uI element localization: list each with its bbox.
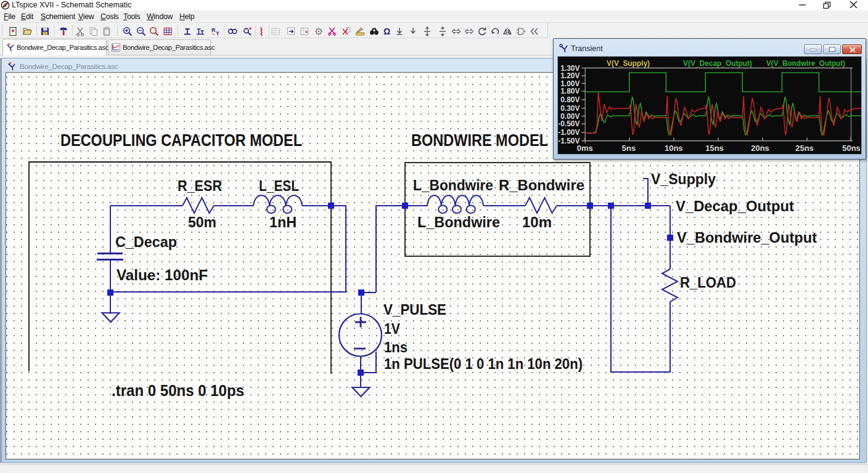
svg-text:V_Bondwire_Output: V_Bondwire_Output — [677, 229, 817, 246]
svg-text:20ns: 20ns — [751, 144, 769, 153]
svg-text:50m: 50m — [188, 214, 216, 230]
svg-text:0.80V: 0.80V — [560, 95, 579, 104]
svg-text:10m: 10m — [522, 214, 552, 230]
svg-text:R_LOAD: R_LOAD — [680, 274, 736, 291]
svg-text:1n PULSE(0 1 0 1n 1n 10n 20n): 1n PULSE(0 1 0 1n 1n 10n 20n) — [384, 355, 583, 372]
svg-text:Value: 100nF: Value: 100nF — [117, 267, 208, 283]
svg-text:5ns: 5ns — [622, 144, 636, 153]
svg-text:.tran 0 50ns 0 10ps: .tran 0 50ns 0 10ps — [112, 382, 244, 399]
svg-text:L_ESL: L_ESL — [259, 177, 299, 194]
svg-text:V_Decap_Output: V_Decap_Output — [676, 198, 794, 214]
svg-text:15ns: 15ns — [705, 144, 724, 153]
svg-text:BONDWIRE MODEL: BONDWIRE MODEL — [411, 131, 548, 150]
svg-text:50ns: 50ns — [842, 144, 861, 153]
svg-text:25ns: 25ns — [795, 144, 814, 153]
svg-text:10ns: 10ns — [665, 144, 683, 153]
svg-text:-1.00V: -1.00V — [558, 128, 579, 137]
svg-text:0ms: 0ms — [577, 144, 593, 153]
svg-text:R_ESR: R_ESR — [178, 177, 222, 194]
svg-text:1.80V: 1.80V — [560, 87, 579, 95]
svg-text:1ns: 1ns — [384, 339, 407, 355]
svg-text:1V: 1V — [384, 320, 400, 337]
svg-text:V_PULSE: V_PULSE — [383, 301, 446, 318]
svg-text:L_Bondwire: L_Bondwire — [413, 177, 493, 193]
svg-text:V(V_Bondwire_Output): V(V_Bondwire_Output) — [766, 59, 845, 68]
svg-text:V(V_Decap_Output): V(V_Decap_Output) — [683, 59, 752, 68]
svg-text:V_Supply: V_Supply — [651, 171, 716, 187]
svg-text:V(V_Supply): V(V_Supply) — [607, 59, 650, 68]
svg-text:-0.50V: -0.50V — [558, 119, 579, 128]
svg-text:R_Bondwire: R_Bondwire — [499, 177, 584, 193]
svg-text:DECOUPLING CAPACITOR MODEL: DECOUPLING CAPACITOR MODEL — [60, 131, 302, 150]
svg-text:L_Bondwire: L_Bondwire — [417, 214, 500, 230]
svg-text:C_Decap: C_Decap — [115, 233, 177, 250]
svg-text:1nH: 1nH — [269, 214, 297, 230]
